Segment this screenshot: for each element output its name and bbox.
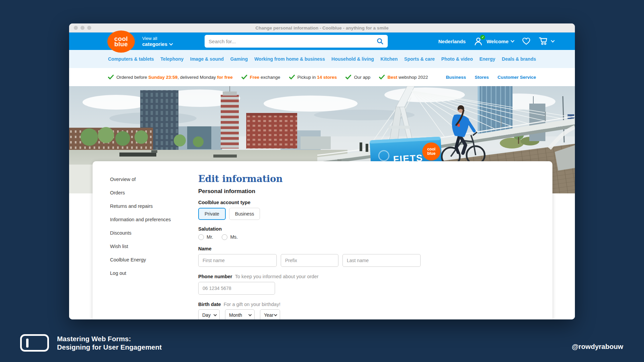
- birth-day-select[interactable]: Day: [198, 309, 220, 319]
- slide-title-line1: Mastering Web Forms:: [57, 335, 162, 343]
- sidebar-item-discounts[interactable]: Discounts: [110, 230, 198, 236]
- chevron-down-icon: [214, 313, 217, 316]
- nav-item-energy[interactable]: Energy: [479, 56, 495, 62]
- nav-item-deals-brands[interactable]: Deals & brands: [502, 56, 536, 62]
- check-icon: [289, 75, 295, 79]
- account-type-business-button[interactable]: Business: [229, 208, 260, 220]
- nav-item-telephony[interactable]: Telephony: [160, 56, 183, 62]
- search-bar: [205, 35, 388, 48]
- chevron-down-icon: [249, 313, 252, 316]
- main-header: cool blue View all categories Nederlands: [69, 33, 575, 50]
- wishlist-heart-icon[interactable]: [522, 37, 531, 45]
- birth-date-label-row: Birth dateFor a gift on your birthday!: [198, 301, 453, 307]
- window-title: Change personal information - Coolblue -…: [69, 25, 575, 31]
- sidebar-item-wishlist[interactable]: Wish list: [110, 243, 198, 249]
- nav-item-household[interactable]: Household & living: [331, 56, 374, 62]
- category-nav: Computers & tablets Telephony Image & so…: [69, 50, 575, 68]
- usp-exchange: Free exchange: [241, 75, 280, 80]
- slide-title-line2: Designing for User Engagement: [57, 343, 162, 351]
- trailer-logo-line1: cool: [427, 147, 436, 152]
- birth-date-hint: For a gift on your birthday!: [224, 302, 280, 307]
- page-title: Edit information: [198, 174, 453, 184]
- link-customer-service[interactable]: Customer Service: [497, 75, 536, 80]
- view-all-categories-button[interactable]: View all categories: [142, 36, 172, 47]
- first-name-input[interactable]: [198, 254, 277, 267]
- nav-item-image-sound[interactable]: Image & sound: [190, 56, 224, 62]
- salutation-option-mr[interactable]: Mr.: [198, 234, 213, 240]
- nav-item-kitchen[interactable]: Kitchen: [380, 56, 397, 62]
- chevron-down-icon: [274, 313, 277, 316]
- chevron-down-icon: [551, 39, 554, 42]
- phone-label: Phone number: [198, 274, 232, 279]
- sidebar-item-energy[interactable]: Coolblue Energy: [110, 257, 198, 263]
- nav-item-working-from-home[interactable]: Working from home & business: [254, 56, 325, 62]
- categories-label: categories: [142, 41, 167, 47]
- check-icon: [241, 75, 247, 79]
- window-titlebar: Change personal information - Coolblue -…: [69, 23, 575, 33]
- sidebar-item-returns[interactable]: Returns and repairs: [110, 203, 198, 209]
- section-title: Personal information: [198, 188, 453, 195]
- phone-hint: To keep you informed about your order: [235, 274, 319, 279]
- radio-mr[interactable]: [198, 234, 204, 240]
- name-label: Name: [198, 246, 453, 252]
- account-type-private-button[interactable]: Private: [198, 208, 226, 220]
- sidebar-item-information[interactable]: Information and preferences: [110, 217, 198, 223]
- account-sidebar: Overview of Orders Returns and repairs I…: [93, 161, 198, 319]
- coolblue-logo[interactable]: cool blue: [107, 31, 135, 53]
- link-stores[interactable]: Stores: [475, 75, 489, 80]
- browser-window: Change personal information - Coolblue -…: [69, 23, 575, 319]
- logo-line2: blue: [114, 42, 128, 47]
- birth-year-select[interactable]: Year: [260, 309, 280, 319]
- link-business[interactable]: Business: [446, 75, 466, 80]
- slide-branding: Mastering Web Forms: Designing for User …: [20, 334, 162, 352]
- radio-ms[interactable]: [222, 234, 227, 240]
- nav-item-sports-care[interactable]: Sports & care: [404, 56, 435, 62]
- birth-date-label: Birth date: [198, 302, 221, 307]
- search-input[interactable]: [209, 39, 376, 44]
- check-icon: [379, 75, 385, 79]
- cart-button[interactable]: [539, 37, 554, 46]
- edit-information-form: Edit information Personal information Co…: [198, 161, 453, 319]
- language-selector[interactable]: Nederlands: [438, 39, 466, 44]
- chevron-down-icon: [511, 39, 514, 42]
- salutation-label: Salutation: [198, 226, 453, 232]
- phone-input[interactable]: [198, 282, 275, 295]
- usp-app: Our app: [345, 75, 370, 80]
- sidebar-item-overview[interactable]: Overview of: [110, 176, 198, 182]
- account-type-label: Coolblue account type: [198, 199, 453, 205]
- nav-item-computers[interactable]: Computers & tablets: [108, 56, 154, 62]
- last-name-input[interactable]: [342, 254, 421, 267]
- sidebar-item-orders[interactable]: Orders: [110, 190, 198, 196]
- phone-label-row: Phone numberTo keep you informed about y…: [198, 274, 453, 280]
- trailer-logo-line2: blue: [427, 151, 436, 156]
- author-handle: @rowdyrabouw: [572, 343, 623, 351]
- logged-in-check-icon: ✓: [480, 35, 485, 40]
- account-content-card: Overview of Orders Returns and repairs I…: [93, 161, 552, 319]
- usp-pickup: Pickup in 14 stores: [289, 75, 337, 80]
- salutation-option-ms[interactable]: Ms.: [222, 234, 238, 240]
- usp-delivery: Ordered before Sunday 23:59, delivered M…: [108, 75, 233, 80]
- welcome-label: Welcome: [486, 39, 508, 44]
- cart-icon: [539, 37, 549, 46]
- usp-bar: Ordered before Sunday 23:59, delivered M…: [69, 68, 575, 86]
- nav-item-gaming[interactable]: Gaming: [230, 56, 248, 62]
- sidebar-item-logout[interactable]: Log out: [110, 270, 198, 276]
- account-menu-button[interactable]: ✓ Welcome: [474, 37, 514, 46]
- check-icon: [345, 75, 351, 79]
- search-icon[interactable]: [376, 38, 384, 45]
- birth-month-select[interactable]: Month: [225, 309, 255, 319]
- input-field-icon: [20, 334, 49, 352]
- check-icon: [108, 75, 114, 79]
- view-all-label: View all: [142, 36, 172, 41]
- nav-item-photo-video[interactable]: Photo & video: [441, 56, 473, 62]
- prefix-input[interactable]: [281, 254, 338, 267]
- usp-best-webshop: Best webshop 2022: [379, 75, 428, 80]
- text-cursor-icon: [26, 339, 29, 348]
- chevron-down-icon: [169, 42, 173, 45]
